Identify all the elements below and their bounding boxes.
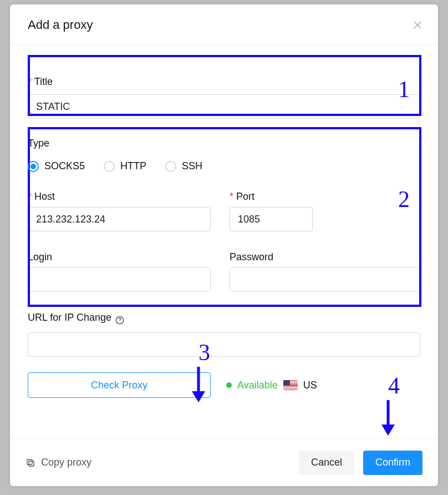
password-input[interactable] — [230, 267, 420, 292]
svg-rect-8 — [29, 461, 34, 466]
svg-marker-3 — [192, 391, 205, 402]
radio-socks5-label: SOCKS5 — [44, 160, 85, 172]
status-text: Available — [237, 380, 278, 391]
url-input[interactable] — [28, 332, 420, 357]
modal-header: Add a proxy — [10, 4, 438, 45]
url-section: URL for IP Change — [28, 312, 420, 357]
radio-socks5[interactable]: SOCKS5 — [28, 160, 85, 172]
radio-ssh-label: SSH — [182, 160, 202, 172]
radio-http[interactable]: HTTP — [104, 160, 146, 172]
login-col: Login — [28, 251, 211, 292]
help-icon[interactable] — [115, 315, 125, 325]
modal-body: 1 2 3 4 Title Type — [10, 45, 438, 398]
modal-footer: Copy proxy Cancel Confirm — [10, 438, 438, 486]
svg-rect-9 — [27, 459, 32, 464]
type-radio-group: SOCKS5 HTTP SSH — [28, 160, 420, 172]
annotation-number-2: 2 — [398, 186, 410, 213]
footer-actions: Cancel Confirm — [299, 451, 422, 475]
annotation-number-1: 1 — [398, 76, 410, 103]
status-dot-icon — [226, 382, 232, 388]
check-proxy-button[interactable]: Check Proxy — [28, 372, 211, 398]
title-section: Title — [28, 58, 420, 119]
host-label: Host — [28, 191, 55, 203]
title-label: Title — [28, 76, 53, 88]
type-section: Type SOCKS5 HTTP SSH Host — [28, 134, 420, 292]
port-col: Port — [230, 191, 313, 231]
radio-dot-icon — [28, 161, 39, 172]
port-input[interactable] — [230, 207, 313, 231]
host-input[interactable] — [28, 207, 211, 231]
port-label: Port — [230, 191, 254, 203]
annotation-number-3: 3 — [198, 339, 210, 366]
login-label: Login — [28, 251, 52, 263]
annotation-arrow-3 — [187, 365, 210, 403]
login-input[interactable] — [28, 267, 211, 292]
host-port-row: Host Port — [28, 191, 420, 231]
svg-marker-5 — [381, 425, 395, 436]
svg-point-7 — [119, 322, 120, 322]
title-input[interactable] — [28, 94, 420, 119]
radio-dot-icon — [104, 161, 115, 172]
copy-proxy-label: Copy proxy — [41, 457, 91, 468]
radio-dot-icon — [165, 161, 176, 172]
annotation-arrow-4 — [377, 398, 399, 437]
check-proxy-row: Check Proxy Available US — [28, 372, 420, 398]
copy-proxy-button[interactable]: Copy proxy — [26, 457, 91, 468]
type-label: Type — [28, 134, 49, 149]
url-label: URL for IP Change — [28, 312, 111, 324]
login-password-row: Login Password — [28, 251, 420, 292]
annotation-number-4: 4 — [388, 372, 400, 399]
password-label: Password — [230, 251, 273, 263]
proxy-status: Available US — [226, 380, 317, 391]
close-icon[interactable] — [413, 20, 422, 30]
password-col: Password — [230, 251, 420, 292]
modal-title: Add a proxy — [28, 18, 93, 32]
us-flag-icon — [283, 380, 298, 390]
status-country: US — [303, 380, 317, 391]
cancel-button[interactable]: Cancel — [299, 451, 354, 475]
host-col: Host — [28, 191, 211, 231]
radio-ssh[interactable]: SSH — [165, 160, 202, 172]
copy-icon — [26, 458, 35, 468]
radio-http-label: HTTP — [120, 160, 146, 172]
add-proxy-modal: Add a proxy 1 2 3 4 Title — [10, 4, 438, 486]
confirm-button[interactable]: Confirm — [363, 451, 422, 475]
